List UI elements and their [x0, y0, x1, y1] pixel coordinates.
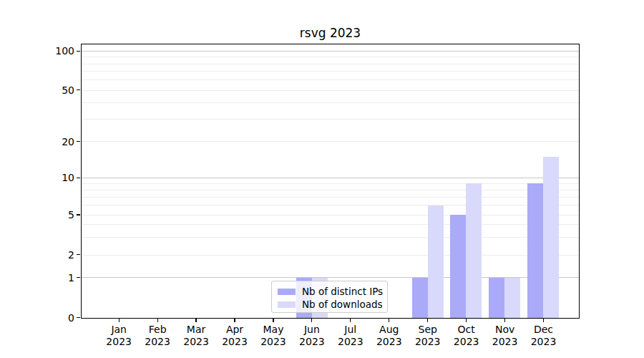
bar-nov-downloads: [504, 278, 520, 318]
gridline-y-6: [82, 205, 579, 205]
xtick-mark-sep: [427, 319, 428, 322]
gridline-y-5: [82, 215, 579, 216]
xtick-month: Oct: [454, 324, 479, 336]
ytick-mark-0: [77, 317, 80, 318]
xtick-label-jun: Jun2023: [299, 324, 325, 347]
xtick-month: Sep: [415, 324, 441, 336]
ytick-mark-20: [77, 141, 80, 142]
ytick-label-0: 0: [14, 312, 74, 324]
gridline-y-20: [82, 141, 579, 142]
ytick-label-50: 50: [14, 84, 74, 96]
ytick-label-100: 100: [14, 45, 74, 57]
legend-swatch-distinct-ips: [278, 289, 296, 295]
xtick-year: 2023: [454, 336, 479, 348]
xtick-label-aug: Aug2023: [376, 324, 402, 347]
gridline-y-10: [82, 178, 579, 178]
xtick-year: 2023: [145, 336, 170, 348]
xtick-year: 2023: [376, 336, 402, 348]
xtick-mark-dec: [543, 319, 544, 322]
bar-oct-downloads: [466, 183, 482, 318]
xtick-mark-mar: [195, 319, 196, 322]
xtick-month: May: [260, 324, 286, 336]
chart-figure: rsvg 2023 Nb of distinct IPs Nb of downl…: [0, 0, 644, 358]
gridline-y-50: [82, 90, 579, 91]
xtick-label-jan: Jan2023: [106, 324, 132, 347]
xtick-month: Apr: [222, 324, 248, 336]
ytick-mark-2: [77, 254, 80, 255]
gridline-y-80: [82, 64, 579, 64]
legend-item-distinct-ips: Nb of distinct IPs: [278, 285, 381, 298]
gridline-y-30: [82, 119, 579, 120]
ytick-label-1: 1: [14, 272, 74, 284]
xtick-year: 2023: [299, 336, 325, 348]
xtick-mark-oct: [466, 319, 467, 322]
xtick-year: 2023: [222, 336, 248, 348]
xtick-label-feb: Feb2023: [145, 324, 170, 347]
ytick-mark-50: [77, 90, 80, 90]
xtick-label-sep: Sep2023: [415, 324, 441, 347]
xtick-label-nov: Nov2023: [492, 324, 518, 347]
xtick-label-jul: Jul2023: [338, 324, 364, 347]
xtick-year: 2023: [492, 336, 518, 348]
xtick-mark-aug: [389, 319, 389, 322]
xtick-label-mar: Mar2023: [183, 324, 209, 347]
gridline-y-70: [82, 71, 579, 72]
xtick-label-may: May2023: [260, 324, 286, 347]
xtick-year: 2023: [106, 336, 132, 348]
gridline-y-9: [82, 183, 579, 184]
xtick-mark-jul: [350, 319, 351, 322]
xtick-mark-apr: [234, 319, 235, 322]
xtick-month: Aug: [376, 324, 402, 336]
xtick-month: Jul: [338, 324, 364, 336]
xtick-label-oct: Oct2023: [454, 324, 479, 347]
ytick-label-10: 10: [14, 172, 74, 183]
ytick-label-2: 2: [14, 249, 74, 261]
gridline-y-40: [82, 102, 579, 103]
bar-sep-downloads: [428, 205, 444, 318]
xtick-month: Dec: [531, 324, 557, 336]
gridline-y-60: [82, 79, 579, 80]
xtick-mark-feb: [157, 319, 158, 322]
legend-label-downloads: Nb of downloads: [302, 299, 383, 310]
xtick-year: 2023: [415, 336, 441, 348]
xtick-year: 2023: [531, 336, 557, 348]
legend-label-distinct-ips: Nb of distinct IPs: [302, 286, 383, 297]
gridline-y-100: [82, 51, 579, 52]
xtick-label-dec: Dec2023: [531, 324, 557, 347]
ytick-mark-5: [77, 214, 80, 215]
bar-oct-distinct-ips: [450, 215, 466, 318]
legend-swatch-downloads: [278, 301, 296, 308]
chart-title: rsvg 2023: [81, 26, 580, 40]
ytick-mark-100: [77, 51, 80, 52]
gridline-y-7: [82, 197, 579, 198]
xtick-mark-nov: [504, 319, 505, 322]
bar-dec-distinct-ips: [527, 183, 543, 318]
xtick-label-apr: Apr2023: [222, 324, 248, 347]
ytick-label-20: 20: [14, 136, 74, 147]
xtick-month: Jan: [106, 324, 132, 336]
xtick-year: 2023: [183, 336, 209, 348]
xtick-year: 2023: [260, 336, 286, 348]
legend-item-downloads: Nb of downloads: [278, 298, 381, 311]
legend: Nb of distinct IPs Nb of downloads: [271, 281, 388, 313]
xtick-month: Mar: [183, 324, 209, 336]
gridline-y-2: [82, 255, 579, 256]
ytick-mark-1: [77, 277, 80, 278]
ytick-label-5: 5: [14, 209, 74, 221]
gridline-y-4: [82, 224, 579, 225]
gridline-y-8: [82, 190, 579, 190]
xtick-mark-may: [273, 319, 273, 322]
bar-nov-distinct-ips: [489, 278, 504, 318]
gridline-y-90: [82, 57, 579, 57]
xtick-mark-jun: [311, 319, 312, 322]
xtick-month: Nov: [492, 324, 518, 336]
xtick-year: 2023: [338, 336, 364, 348]
plot-area: Nb of distinct IPs Nb of downloads: [81, 44, 580, 319]
xtick-month: Feb: [145, 324, 170, 336]
ytick-mark-10: [77, 178, 80, 178]
xtick-mark-jan: [119, 319, 119, 322]
bar-dec-downloads: [543, 157, 559, 318]
gridline-y-3: [82, 237, 579, 238]
xtick-month: Jun: [299, 324, 325, 336]
bar-sep-distinct-ips: [412, 278, 428, 318]
